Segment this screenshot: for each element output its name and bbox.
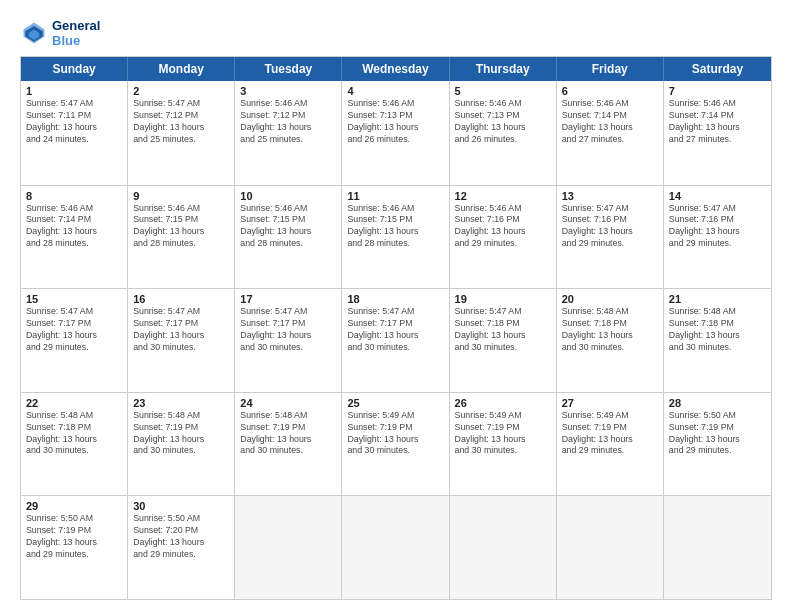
calendar-cell: 26Sunrise: 5:49 AM Sunset: 7:19 PM Dayli…: [450, 393, 557, 496]
calendar-cell: 28Sunrise: 5:50 AM Sunset: 7:19 PM Dayli…: [664, 393, 771, 496]
header: General Blue: [20, 18, 772, 48]
day-number: 8: [26, 190, 122, 202]
calendar-cell: 21Sunrise: 5:48 AM Sunset: 7:18 PM Dayli…: [664, 289, 771, 392]
weekday-header: Tuesday: [235, 57, 342, 81]
calendar-cell: 12Sunrise: 5:46 AM Sunset: 7:16 PM Dayli…: [450, 186, 557, 289]
calendar-cell: 22Sunrise: 5:48 AM Sunset: 7:18 PM Dayli…: [21, 393, 128, 496]
calendar-cell: 5Sunrise: 5:46 AM Sunset: 7:13 PM Daylig…: [450, 81, 557, 185]
empty-cell: [450, 496, 557, 599]
empty-cell: [664, 496, 771, 599]
calendar-cell: 16Sunrise: 5:47 AM Sunset: 7:17 PM Dayli…: [128, 289, 235, 392]
calendar-cell: 24Sunrise: 5:48 AM Sunset: 7:19 PM Dayli…: [235, 393, 342, 496]
day-number: 25: [347, 397, 443, 409]
day-number: 6: [562, 85, 658, 97]
calendar-cell: 1Sunrise: 5:47 AM Sunset: 7:11 PM Daylig…: [21, 81, 128, 185]
day-info: Sunrise: 5:47 AM Sunset: 7:12 PM Dayligh…: [133, 98, 229, 146]
calendar-cell: 18Sunrise: 5:47 AM Sunset: 7:17 PM Dayli…: [342, 289, 449, 392]
day-info: Sunrise: 5:47 AM Sunset: 7:18 PM Dayligh…: [455, 306, 551, 354]
calendar-cell: 11Sunrise: 5:46 AM Sunset: 7:15 PM Dayli…: [342, 186, 449, 289]
logo-icon: [20, 19, 48, 47]
day-number: 3: [240, 85, 336, 97]
day-info: Sunrise: 5:47 AM Sunset: 7:11 PM Dayligh…: [26, 98, 122, 146]
calendar-cell: 8Sunrise: 5:46 AM Sunset: 7:14 PM Daylig…: [21, 186, 128, 289]
calendar-cell: 19Sunrise: 5:47 AM Sunset: 7:18 PM Dayli…: [450, 289, 557, 392]
day-info: Sunrise: 5:46 AM Sunset: 7:15 PM Dayligh…: [240, 203, 336, 251]
day-info: Sunrise: 5:47 AM Sunset: 7:17 PM Dayligh…: [240, 306, 336, 354]
calendar-row: 22Sunrise: 5:48 AM Sunset: 7:18 PM Dayli…: [21, 392, 771, 496]
calendar-row: 8Sunrise: 5:46 AM Sunset: 7:14 PM Daylig…: [21, 185, 771, 289]
day-info: Sunrise: 5:46 AM Sunset: 7:13 PM Dayligh…: [347, 98, 443, 146]
day-number: 9: [133, 190, 229, 202]
logo-text: General Blue: [52, 18, 100, 48]
day-number: 11: [347, 190, 443, 202]
day-number: 4: [347, 85, 443, 97]
day-number: 10: [240, 190, 336, 202]
day-info: Sunrise: 5:46 AM Sunset: 7:14 PM Dayligh…: [669, 98, 766, 146]
day-info: Sunrise: 5:46 AM Sunset: 7:14 PM Dayligh…: [562, 98, 658, 146]
day-info: Sunrise: 5:47 AM Sunset: 7:17 PM Dayligh…: [133, 306, 229, 354]
day-number: 28: [669, 397, 766, 409]
calendar-cell: 3Sunrise: 5:46 AM Sunset: 7:12 PM Daylig…: [235, 81, 342, 185]
day-info: Sunrise: 5:46 AM Sunset: 7:13 PM Dayligh…: [455, 98, 551, 146]
calendar-row: 1Sunrise: 5:47 AM Sunset: 7:11 PM Daylig…: [21, 81, 771, 185]
page: General Blue SundayMondayTuesdayWednesda…: [0, 0, 792, 612]
day-info: Sunrise: 5:46 AM Sunset: 7:12 PM Dayligh…: [240, 98, 336, 146]
day-info: Sunrise: 5:47 AM Sunset: 7:16 PM Dayligh…: [562, 203, 658, 251]
calendar-cell: 7Sunrise: 5:46 AM Sunset: 7:14 PM Daylig…: [664, 81, 771, 185]
day-number: 13: [562, 190, 658, 202]
day-number: 16: [133, 293, 229, 305]
day-info: Sunrise: 5:47 AM Sunset: 7:17 PM Dayligh…: [347, 306, 443, 354]
day-number: 18: [347, 293, 443, 305]
weekday-header: Thursday: [450, 57, 557, 81]
day-info: Sunrise: 5:46 AM Sunset: 7:15 PM Dayligh…: [133, 203, 229, 251]
weekday-header: Wednesday: [342, 57, 449, 81]
calendar-header: SundayMondayTuesdayWednesdayThursdayFrid…: [21, 57, 771, 81]
day-number: 19: [455, 293, 551, 305]
day-number: 14: [669, 190, 766, 202]
calendar-body: 1Sunrise: 5:47 AM Sunset: 7:11 PM Daylig…: [21, 81, 771, 599]
day-number: 12: [455, 190, 551, 202]
day-number: 26: [455, 397, 551, 409]
day-info: Sunrise: 5:50 AM Sunset: 7:19 PM Dayligh…: [26, 513, 122, 561]
day-number: 27: [562, 397, 658, 409]
calendar-cell: 10Sunrise: 5:46 AM Sunset: 7:15 PM Dayli…: [235, 186, 342, 289]
day-number: 20: [562, 293, 658, 305]
day-info: Sunrise: 5:48 AM Sunset: 7:19 PM Dayligh…: [240, 410, 336, 458]
day-number: 30: [133, 500, 229, 512]
day-number: 5: [455, 85, 551, 97]
calendar-cell: 30Sunrise: 5:50 AM Sunset: 7:20 PM Dayli…: [128, 496, 235, 599]
day-info: Sunrise: 5:50 AM Sunset: 7:20 PM Dayligh…: [133, 513, 229, 561]
weekday-header: Sunday: [21, 57, 128, 81]
calendar-cell: 25Sunrise: 5:49 AM Sunset: 7:19 PM Dayli…: [342, 393, 449, 496]
day-number: 21: [669, 293, 766, 305]
day-number: 1: [26, 85, 122, 97]
day-number: 7: [669, 85, 766, 97]
day-info: Sunrise: 5:49 AM Sunset: 7:19 PM Dayligh…: [455, 410, 551, 458]
day-number: 23: [133, 397, 229, 409]
day-info: Sunrise: 5:47 AM Sunset: 7:17 PM Dayligh…: [26, 306, 122, 354]
calendar-cell: 23Sunrise: 5:48 AM Sunset: 7:19 PM Dayli…: [128, 393, 235, 496]
day-info: Sunrise: 5:48 AM Sunset: 7:18 PM Dayligh…: [562, 306, 658, 354]
day-info: Sunrise: 5:48 AM Sunset: 7:18 PM Dayligh…: [669, 306, 766, 354]
calendar-cell: 2Sunrise: 5:47 AM Sunset: 7:12 PM Daylig…: [128, 81, 235, 185]
day-info: Sunrise: 5:46 AM Sunset: 7:16 PM Dayligh…: [455, 203, 551, 251]
day-info: Sunrise: 5:46 AM Sunset: 7:14 PM Dayligh…: [26, 203, 122, 251]
weekday-header: Saturday: [664, 57, 771, 81]
day-info: Sunrise: 5:47 AM Sunset: 7:16 PM Dayligh…: [669, 203, 766, 251]
day-number: 15: [26, 293, 122, 305]
empty-cell: [557, 496, 664, 599]
calendar-row: 15Sunrise: 5:47 AM Sunset: 7:17 PM Dayli…: [21, 288, 771, 392]
calendar-cell: 4Sunrise: 5:46 AM Sunset: 7:13 PM Daylig…: [342, 81, 449, 185]
empty-cell: [342, 496, 449, 599]
logo: General Blue: [20, 18, 100, 48]
day-info: Sunrise: 5:48 AM Sunset: 7:19 PM Dayligh…: [133, 410, 229, 458]
day-number: 22: [26, 397, 122, 409]
day-info: Sunrise: 5:49 AM Sunset: 7:19 PM Dayligh…: [347, 410, 443, 458]
calendar: SundayMondayTuesdayWednesdayThursdayFrid…: [20, 56, 772, 600]
weekday-header: Monday: [128, 57, 235, 81]
day-info: Sunrise: 5:48 AM Sunset: 7:18 PM Dayligh…: [26, 410, 122, 458]
empty-cell: [235, 496, 342, 599]
day-number: 17: [240, 293, 336, 305]
day-number: 29: [26, 500, 122, 512]
day-info: Sunrise: 5:50 AM Sunset: 7:19 PM Dayligh…: [669, 410, 766, 458]
